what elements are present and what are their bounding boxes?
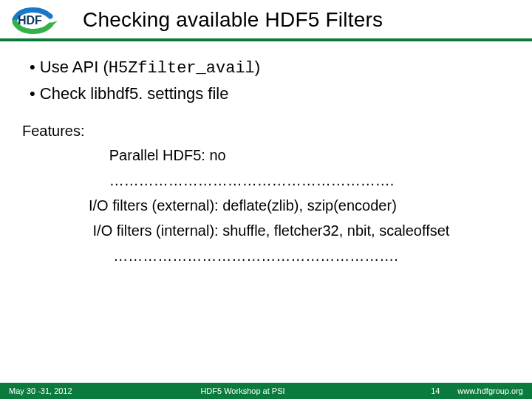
footer: May 30 -31, 2012 HDF5 Workshop at PSI 14… bbox=[0, 383, 532, 399]
svg-text:HDF: HDF bbox=[18, 14, 42, 27]
bullet-1: Use API (H5Zfilter_avail) bbox=[30, 55, 510, 81]
footer-center: HDF5 Workshop at PSI bbox=[72, 386, 414, 395]
hdf-logo: HDF bbox=[7, 4, 68, 35]
footer-date: May 30 -31, 2012 bbox=[9, 386, 72, 395]
feature-parallel: Parallel HDF5: no bbox=[89, 143, 510, 168]
bullet-1-prefix: Use API ( bbox=[40, 58, 109, 76]
page-title: Checking available HDF5 Filters bbox=[83, 8, 383, 32]
dots-2: …………………………………………………. bbox=[89, 243, 510, 268]
dots-1: …………………………………………………. bbox=[89, 168, 510, 193]
slide: HDF Checking available HDF5 Filters Use … bbox=[0, 0, 532, 399]
features-block: Parallel HDF5: no …………………………………………………. I… bbox=[22, 143, 510, 268]
body: Use API (H5Zfilter_avail) Check libhdf5.… bbox=[0, 41, 532, 268]
footer-url: www.hdfgroup.org bbox=[457, 386, 523, 395]
features-label: Features: bbox=[22, 120, 510, 143]
header: HDF Checking available HDF5 Filters bbox=[0, 0, 532, 38]
bullet-1-suffix: ) bbox=[255, 58, 260, 76]
footer-page-number: 14 bbox=[413, 386, 457, 395]
feature-internal-filters: I/O filters (internal): shuffle, fletche… bbox=[89, 218, 510, 243]
bullet-list: Use API (H5Zfilter_avail) Check libhdf5.… bbox=[22, 55, 510, 106]
bullet-2: Check libhdf5. settings file bbox=[30, 81, 510, 106]
bullet-1-code: H5Zfilter_avail bbox=[109, 59, 255, 78]
feature-external-filters: I/O filters (external): deflate(zlib), s… bbox=[89, 193, 510, 218]
